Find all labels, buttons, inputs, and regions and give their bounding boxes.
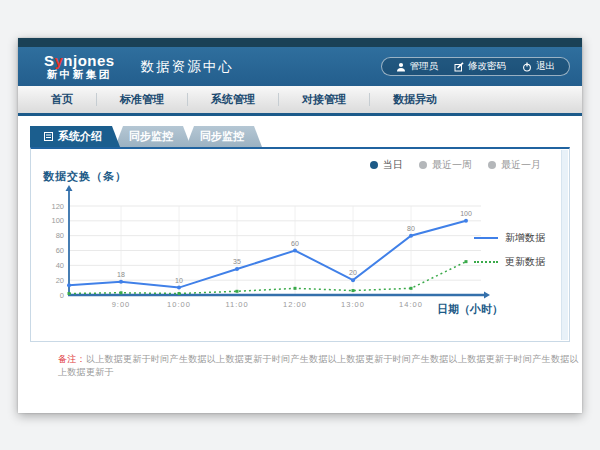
tab-sync-monitor-1[interactable]: 同步监控 bbox=[115, 126, 191, 147]
svg-text:13:00: 13:00 bbox=[341, 300, 365, 309]
solid-line-swatch bbox=[474, 237, 498, 239]
svg-text:12:00: 12:00 bbox=[283, 300, 307, 309]
x-axis-title: 日期（小时） bbox=[437, 302, 503, 317]
svg-text:35: 35 bbox=[233, 258, 241, 265]
change-password-button[interactable]: 修改密码 bbox=[446, 60, 514, 73]
svg-text:60: 60 bbox=[291, 240, 299, 247]
user-toolbar: 管理员 修改密码 退出 bbox=[381, 57, 571, 76]
change-password-label: 修改密码 bbox=[468, 60, 506, 73]
svg-text:20: 20 bbox=[349, 269, 357, 276]
svg-text:0: 0 bbox=[60, 291, 64, 300]
legend-item-updated-data: 更新数据 bbox=[474, 255, 545, 269]
logout-button[interactable]: 退出 bbox=[514, 60, 563, 73]
nav-item-home[interactable]: 首页 bbox=[28, 93, 97, 106]
edit-icon bbox=[454, 62, 464, 72]
user-name-label: 管理员 bbox=[410, 60, 439, 73]
svg-text:60: 60 bbox=[56, 246, 64, 255]
tab-label: 系统介绍 bbox=[58, 126, 102, 147]
logout-label: 退出 bbox=[536, 60, 555, 73]
radio-dot bbox=[488, 161, 496, 169]
page-title: 数据资源中心 bbox=[141, 58, 234, 76]
tab-sync-monitor-2[interactable]: 同步监控 bbox=[186, 126, 262, 147]
logo-subtitle: 新中新集团 bbox=[47, 69, 112, 80]
svg-text:10: 10 bbox=[175, 277, 183, 284]
tab-label: 同步监控 bbox=[129, 130, 173, 142]
svg-text:10:00: 10:00 bbox=[167, 300, 191, 309]
radio-today[interactable]: 当日 bbox=[370, 158, 403, 172]
current-user-button[interactable]: 管理员 bbox=[388, 60, 447, 73]
footnote: 备注：以上数据更新于时间产生数据以上数据更新于时间产生数据以上数据更新于时间产生… bbox=[58, 353, 582, 379]
radio-label: 当日 bbox=[383, 158, 403, 172]
time-range-filter: 当日 最近一周 最近一月 bbox=[370, 158, 541, 172]
user-icon bbox=[396, 62, 406, 72]
dotted-line-swatch bbox=[474, 261, 498, 263]
panel-scrollbar[interactable] bbox=[561, 150, 568, 340]
nav-item-standard-mgmt[interactable]: 标准管理 bbox=[97, 93, 188, 106]
nav-item-data-change[interactable]: 数据异动 bbox=[370, 93, 460, 106]
svg-text:100: 100 bbox=[460, 210, 472, 217]
tab-bar: 系统介绍 同步监控 同步监控 bbox=[30, 126, 582, 147]
svg-text:11:00: 11:00 bbox=[225, 300, 248, 309]
svg-text:18: 18 bbox=[117, 271, 125, 278]
radio-label: 最近一周 bbox=[432, 158, 472, 172]
footnote-text: 以上数据更新于时间产生数据以上数据更新于时间产生数据以上数据更新于时间产生数据以… bbox=[58, 354, 579, 377]
legend-label: 更新数据 bbox=[505, 255, 545, 269]
footnote-prefix: 备注： bbox=[58, 354, 86, 364]
power-icon bbox=[522, 62, 532, 72]
svg-text:14:00: 14:00 bbox=[399, 300, 423, 309]
company-logo: Synjones 新中新集团 bbox=[44, 53, 115, 80]
svg-text:9:00: 9:00 bbox=[112, 300, 131, 309]
window-top-strip bbox=[18, 38, 582, 47]
y-axis-title: 数据交换（条） bbox=[43, 169, 127, 184]
svg-text:100: 100 bbox=[51, 216, 64, 225]
svg-text:20: 20 bbox=[56, 276, 64, 285]
radio-last-week[interactable]: 最近一周 bbox=[419, 158, 472, 172]
chart-legend: 新增数据 更新数据 bbox=[474, 231, 545, 269]
app-window: Synjones 新中新集团 数据资源中心 管理员 修改密码 退出 首页 标准管… bbox=[18, 38, 582, 413]
nav-item-integration-mgmt[interactable]: 对接管理 bbox=[279, 93, 370, 106]
radio-dot bbox=[370, 161, 378, 169]
radio-dot bbox=[419, 161, 427, 169]
logo-wordmark: Synjones bbox=[44, 53, 115, 69]
radio-last-month[interactable]: 最近一月 bbox=[488, 158, 541, 172]
app-header: Synjones 新中新集团 数据资源中心 管理员 修改密码 退出 bbox=[18, 47, 582, 86]
legend-item-new-data: 新增数据 bbox=[474, 231, 545, 245]
nav-item-system-mgmt[interactable]: 系统管理 bbox=[188, 93, 279, 106]
svg-text:80: 80 bbox=[407, 225, 415, 232]
document-icon bbox=[44, 132, 53, 141]
svg-text:120: 120 bbox=[51, 202, 64, 211]
svg-text:40: 40 bbox=[56, 261, 64, 270]
main-navigation: 首页 标准管理 系统管理 对接管理 数据异动 bbox=[18, 86, 582, 116]
chart-panel: 当日 最近一周 最近一月 数据交换（条） 0204060801001209:00… bbox=[30, 147, 570, 342]
svg-text:80: 80 bbox=[56, 231, 64, 240]
content-area: 系统介绍 同步监控 同步监控 当日 最近一周 最近一月 数据交换（条） 0204… bbox=[18, 126, 582, 379]
tab-system-intro[interactable]: 系统介绍 bbox=[30, 126, 120, 147]
legend-label: 新增数据 bbox=[505, 231, 545, 245]
tab-label: 同步监控 bbox=[200, 130, 244, 142]
radio-label: 最近一月 bbox=[501, 158, 541, 172]
